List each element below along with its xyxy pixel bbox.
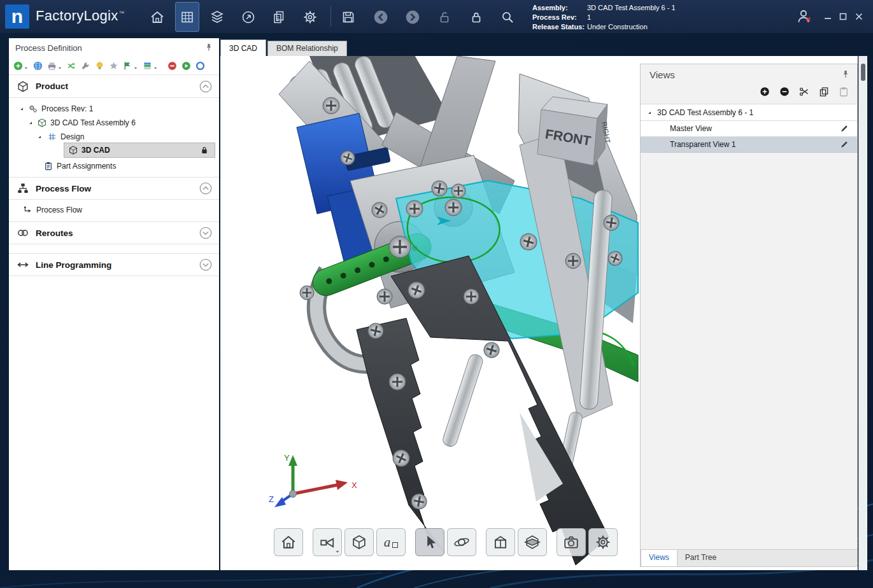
collapse-product-button[interactable]: [199, 80, 213, 94]
display-mode-button[interactable]: [344, 528, 374, 556]
pin-icon[interactable]: [841, 69, 851, 80]
section-product[interactable]: Product: [9, 75, 219, 98]
views-panel-tabs: Views Part Tree: [641, 549, 857, 566]
go-status-button[interactable]: [181, 61, 191, 71]
annotation-letter: a: [384, 535, 391, 550]
minimize-button[interactable]: [822, 11, 834, 22]
collapse-process-flow-button[interactable]: [199, 181, 213, 195]
viewer-settings-button[interactable]: [588, 528, 618, 556]
tree-label: Process Flow: [36, 206, 82, 214]
reroutes-icon: [17, 227, 29, 239]
flags-button[interactable]: [123, 61, 138, 71]
design-grid-icon: [47, 132, 57, 142]
toolbar-separator: [330, 6, 331, 27]
settings-button[interactable]: [299, 6, 322, 29]
views-toolbar: [759, 86, 849, 97]
process-definition-button[interactable]: [175, 2, 199, 32]
expander-icon[interactable]: [27, 119, 34, 127]
tree-item-process-rev[interactable]: Process Rev: 1: [9, 102, 219, 116]
pin-icon[interactable]: [204, 43, 214, 53]
home-button[interactable]: [146, 6, 169, 29]
section-process-flow[interactable]: Process Flow: [9, 177, 219, 200]
unlock-button[interactable]: [433, 6, 456, 29]
info-status-button[interactable]: [195, 61, 205, 71]
caret-down-icon: [153, 66, 158, 71]
user-session-button[interactable]: [794, 6, 814, 27]
release-status-label: Release Status:: [532, 22, 587, 32]
section-line-programming[interactable]: Line Programming: [9, 253, 219, 276]
add-view-button[interactable]: [759, 86, 770, 97]
tree-item-part-assignments[interactable]: Part Assignments: [9, 159, 219, 173]
lock-button[interactable]: [465, 6, 488, 29]
isolate-part-button[interactable]: [486, 528, 515, 556]
production-button[interactable]: [206, 6, 229, 29]
maximize-button[interactable]: [837, 11, 849, 22]
expand-line-programming-button[interactable]: [199, 258, 213, 272]
tab-3d-cad[interactable]: 3D CAD: [220, 39, 266, 56]
cross-section-button[interactable]: [518, 528, 547, 556]
process-definition-panel: Process Definition: [9, 38, 219, 570]
save-button[interactable]: [337, 6, 360, 29]
view-options-button[interactable]: [313, 528, 342, 556]
titlebar: n FactoryLogix™ Assembly:3D CAD Test Ass…: [0, 0, 873, 33]
tree-item-3d-cad-selected[interactable]: 3D CAD: [64, 143, 215, 158]
paste-button[interactable]: [838, 86, 849, 97]
section-line-programming-label: Line Programming: [36, 260, 199, 270]
views-panel-title: Views: [649, 69, 675, 80]
section-product-label: Product: [36, 81, 199, 91]
tree-item-design[interactable]: Design: [9, 130, 219, 144]
tools-button[interactable]: [81, 61, 90, 71]
browse-web-button[interactable]: [33, 61, 43, 71]
cut-button[interactable]: [798, 86, 810, 97]
edit-view-button[interactable]: [839, 123, 849, 134]
tab-bom-relationship[interactable]: BOM Relationship: [267, 41, 347, 56]
tab-views[interactable]: Views: [641, 550, 678, 566]
expander-icon[interactable]: [36, 133, 43, 141]
scrollbar-thumb[interactable]: [861, 64, 865, 81]
home-view-button[interactable]: [274, 528, 303, 556]
orbit-tool-button[interactable]: [447, 528, 476, 556]
select-tool-button[interactable]: [415, 528, 444, 556]
caret-down-icon: [57, 66, 62, 71]
section-reroutes[interactable]: Reroutes: [9, 221, 219, 244]
model-gripper-jaw-left: [357, 318, 444, 552]
plugins-button[interactable]: [109, 61, 118, 71]
app-name: FactoryLogix™: [36, 8, 125, 24]
orientation-cube[interactable]: FRONT RIGHT: [537, 97, 612, 165]
tree-label: 3D CAD Test Assembly 6: [50, 118, 136, 127]
remove-view-button[interactable]: [779, 86, 790, 97]
assembly-label: Assembly:: [532, 3, 587, 13]
reports-button[interactable]: [267, 6, 290, 29]
right-scrollbar[interactable]: [858, 56, 867, 570]
tree-item-assembly[interactable]: 3D CAD Test Assembly 6: [9, 116, 219, 130]
audit-search-button[interactable]: [496, 6, 519, 29]
expander-icon[interactable]: [18, 105, 25, 113]
close-button[interactable]: [853, 11, 865, 22]
view-item-transparent-selected[interactable]: Transparent View 1: [641, 137, 857, 153]
edit-view-button[interactable]: [839, 139, 849, 150]
viewport-toolbar: a: [274, 528, 618, 556]
forward-button[interactable]: [401, 6, 424, 29]
snapshot-button[interactable]: [557, 528, 586, 556]
views-tree-root[interactable]: 3D CAD Test Assembly 6 - 1: [641, 104, 857, 121]
annotations-button[interactable]: a: [376, 528, 406, 556]
process-rev-value: 1: [587, 13, 591, 21]
export-button[interactable]: [143, 61, 158, 71]
copy-button[interactable]: [818, 86, 830, 97]
print-button[interactable]: [47, 61, 62, 71]
views-root-label: 3D CAD Test Assembly 6 - 1: [657, 108, 753, 117]
tab-part-tree[interactable]: Part Tree: [678, 550, 724, 566]
expander-icon[interactable]: [646, 109, 653, 116]
tree-label: 3D CAD: [82, 146, 110, 155]
back-button[interactable]: [369, 6, 392, 29]
document-tabs: 3D CAD BOM Relationship: [220, 39, 348, 56]
view-item-master[interactable]: Master View: [641, 121, 857, 137]
expand-reroutes-button[interactable]: [199, 226, 213, 240]
stop-status-button[interactable]: [167, 61, 177, 71]
dispatch-button[interactable]: [237, 6, 260, 29]
sync-button[interactable]: [67, 61, 76, 71]
tree-item-process-flow[interactable]: Process Flow: [9, 202, 219, 218]
caret-down-icon: [24, 66, 29, 71]
add-item-button[interactable]: [13, 61, 29, 71]
hint-button[interactable]: [95, 61, 104, 71]
